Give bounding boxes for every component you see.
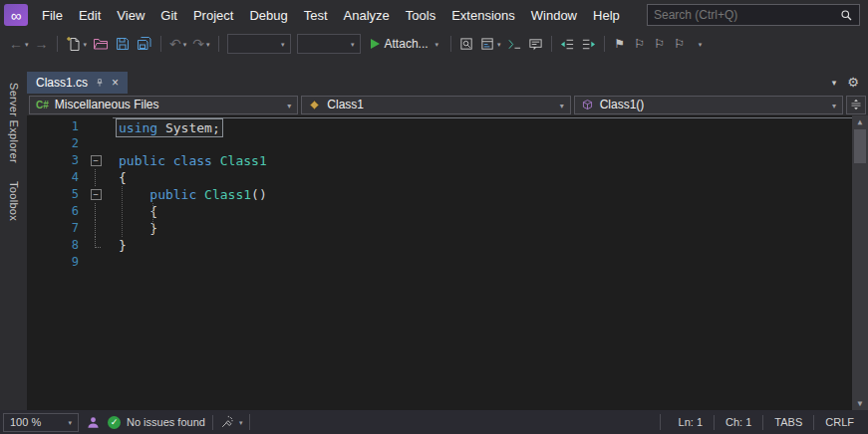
quick-info-icon [528, 37, 543, 52]
dropdown-icon: ▾ [435, 41, 439, 49]
increase-indent-button[interactable] [578, 32, 599, 56]
live-share-icon[interactable] [86, 415, 101, 430]
status-column-number[interactable]: Ch: 1 [715, 416, 762, 428]
play-icon [371, 39, 380, 49]
caret-line-box: using System; [116, 118, 223, 137]
gear-icon[interactable]: ⚙ [847, 75, 859, 90]
code-line-1[interactable]: 1using System; [27, 118, 868, 135]
pin-icon[interactable] [95, 78, 105, 89]
code-line-2[interactable]: 2 [27, 135, 868, 152]
navigate-forward-button[interactable]: → [32, 32, 52, 56]
search-box[interactable] [647, 4, 860, 26]
status-line-ending[interactable]: CRLF [814, 416, 865, 428]
undo-button[interactable]: ↶ ▾ [166, 32, 189, 56]
search-input[interactable] [654, 8, 834, 22]
code-segment [119, 187, 149, 202]
fold-margin [85, 254, 107, 271]
menu-item-project[interactable]: Project [185, 3, 241, 28]
next-bookmark-button[interactable]: ⚐ [650, 32, 670, 56]
display-quick-info-button[interactable] [525, 32, 546, 56]
tab-class1-cs[interactable]: Class1.cs × [27, 72, 128, 94]
menu-item-analyze[interactable]: Analyze [336, 3, 398, 28]
code-line-9[interactable]: 9 [27, 254, 868, 271]
toolbar-overflow-button[interactable]: ▾ [690, 32, 710, 56]
solution-platforms-combo[interactable]: ▾ [297, 34, 361, 54]
solution-configurations-combo[interactable]: ▾ [227, 34, 291, 54]
open-file-button[interactable] [90, 32, 112, 56]
sidebar-tab-toolbox[interactable]: Toolbox [8, 172, 20, 230]
redo-button[interactable]: ↷ ▾ [189, 32, 212, 56]
scroll-up-icon[interactable]: ▲ [858, 117, 863, 126]
project-dropdown[interactable]: C# Miscellaneous Files ▾ [29, 96, 298, 114]
code-cleanup-button[interactable]: ▾ [220, 415, 243, 429]
collapse-minus-icon[interactable]: − [91, 189, 102, 200]
code-line-8[interactable]: 8} [27, 237, 868, 254]
code-segment: { [119, 170, 127, 185]
tab-list-dropdown-icon[interactable]: ▾ [832, 78, 837, 88]
menu-item-file[interactable]: File [34, 3, 71, 28]
split-window-button[interactable] [846, 96, 866, 114]
sidebar-tab-server-explorer[interactable]: Server Explorer [8, 74, 20, 172]
line-number: 9 [27, 254, 85, 271]
dropdown-icon: ▾ [239, 419, 243, 427]
menu-item-extensions[interactable]: Extensions [443, 3, 523, 28]
save-all-button[interactable] [134, 32, 155, 56]
code-line-3[interactable]: 3−public class Class1 [27, 152, 868, 169]
code-segment: Class1 [220, 153, 267, 168]
code-line-6[interactable]: 6 { [27, 203, 868, 220]
decrease-indent-button[interactable] [557, 32, 578, 56]
editor-scrollbar[interactable]: ▲ ▼ [852, 115, 868, 410]
previous-bookmark-button[interactable]: ⚐ [630, 32, 650, 56]
toggle-bookmark-button[interactable]: ⚑ [610, 32, 630, 56]
find-in-files-button[interactable] [456, 32, 477, 56]
decrease-indent-icon [560, 37, 575, 52]
line-number: 6 [27, 203, 85, 220]
fold-collapse-button[interactable]: − [85, 152, 107, 169]
toolbar-separator [218, 36, 219, 52]
toolbar-separator [604, 36, 605, 52]
clear-bookmarks-button[interactable]: ⚐ [670, 32, 690, 56]
dropdown-icon: ▾ [281, 41, 285, 49]
scroll-down-icon[interactable]: ▼ [858, 399, 863, 408]
search-icon[interactable] [840, 9, 853, 22]
code-line-5[interactable]: 5− public Class1() [27, 186, 868, 203]
save-button[interactable] [112, 32, 134, 56]
scrollbar-thumb[interactable] [854, 129, 866, 163]
issues-indicator[interactable]: ✓ No issues found [108, 416, 205, 429]
new-file-button[interactable]: ▾ [63, 32, 91, 56]
code-line-7[interactable]: 7 } [27, 220, 868, 237]
attach-button[interactable]: Attach... ▾ [364, 37, 446, 51]
left-tool-tabs: Server Explorer Toolbox [0, 72, 27, 410]
menu-item-tools[interactable]: Tools [398, 3, 443, 28]
fold-collapse-button[interactable]: − [85, 186, 107, 203]
solution-explorer-button[interactable]: ▾ [477, 32, 504, 56]
code-text: using System; [107, 118, 223, 135]
code-line-4[interactable]: 4{ [27, 169, 868, 186]
menu-item-view[interactable]: View [109, 3, 152, 28]
collapse-minus-icon[interactable]: − [91, 155, 102, 166]
member-dropdown[interactable]: Class1() ▾ [574, 96, 843, 114]
bookmark-clear-icon: ⚐ [674, 37, 685, 51]
status-indent-mode[interactable]: TABS [763, 416, 813, 428]
member-dropdown-value: Class1() [600, 98, 645, 111]
code-editor[interactable]: 1using System;23−public class Class14{5−… [27, 115, 868, 410]
bookmark-next-icon: ⚐ [654, 37, 665, 51]
menu-item-window[interactable]: Window [523, 3, 585, 28]
navigate-backward-button[interactable]: ← ▾ [6, 32, 32, 56]
status-line-number[interactable]: Ln: 1 [668, 416, 714, 428]
line-number: 3 [27, 152, 85, 169]
display-member-list-button[interactable] [504, 32, 525, 56]
code-text [107, 254, 119, 271]
code-segment: Class1 [204, 187, 251, 202]
menu-item-git[interactable]: Git [152, 3, 185, 28]
menu-item-test[interactable]: Test [296, 3, 336, 28]
close-icon[interactable]: × [112, 77, 119, 89]
menu-item-help[interactable]: Help [585, 3, 628, 28]
zoom-control[interactable]: 100 % ▾ [3, 413, 79, 432]
visual-studio-logo-icon[interactable]: ∞ [4, 4, 28, 26]
line-number: 1 [27, 118, 85, 135]
menu-item-debug[interactable]: Debug [241, 3, 295, 28]
type-dropdown[interactable]: Class1 ▾ [301, 96, 570, 114]
code-segment: } [119, 221, 157, 236]
menu-item-edit[interactable]: Edit [71, 3, 109, 28]
